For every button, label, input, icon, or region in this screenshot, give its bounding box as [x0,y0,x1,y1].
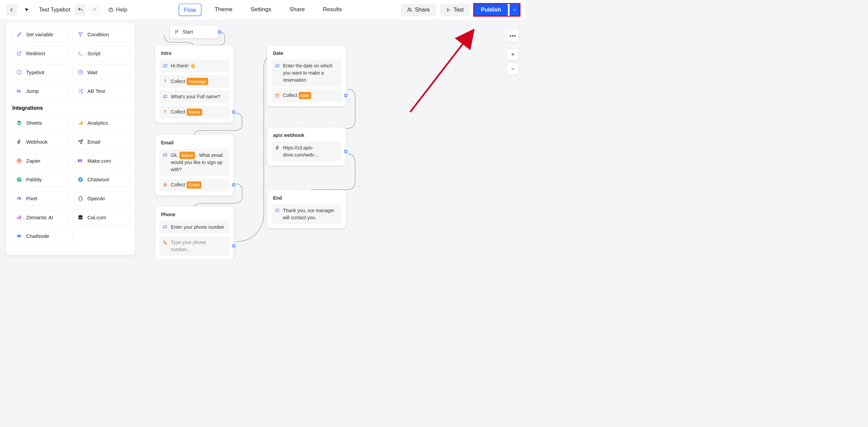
block-bubble-date[interactable]: Enter the date on which you want to make… [271,60,341,87]
block-bubble-thankyou[interactable]: Thank you, our manager will contact you. [271,204,341,224]
svg-rect-9 [79,159,81,162]
block-calcom[interactable]: CalCal.com [73,210,130,225]
bot-name[interactable]: Test Typebot [39,6,70,13]
node-text: Enter the date on which you want to make… [283,62,338,84]
pointer-tool[interactable] [21,4,33,16]
tab-theme[interactable]: Theme [210,4,237,16]
tab-settings[interactable]: Settings [245,4,276,16]
meta-icon [16,196,22,201]
block-label: Pabbly [26,177,42,183]
block-wait[interactable]: Wait [73,65,130,80]
block-bubble-phone[interactable]: Enter your phone number [159,221,230,233]
block-collect-name[interactable]: Collect Name [159,106,230,119]
output-port[interactable] [232,110,235,114]
zoom-out-button[interactable]: − [507,63,519,75]
node-text: What's your Full name? [171,93,220,100]
block-zapier[interactable]: Zapier [12,153,68,168]
group-intro[interactable]: Intro Hi there! 👋 Collect message What's… [155,45,234,123]
output-port[interactable] [232,183,235,187]
block-email[interactable]: Email [73,134,130,149]
output-port[interactable] [218,30,221,34]
block-zemantic[interactable]: Zemantic AI [12,210,68,225]
block-jump[interactable]: Jump [12,83,68,99]
block-label: Redirect [26,50,45,57]
node-start[interactable]: Start [170,26,219,38]
block-sheets[interactable]: Sheets [12,115,68,130]
block-label: Zemantic AI [26,214,53,220]
output-port[interactable] [344,94,348,97]
block-label: Webhook [26,139,48,145]
output-port[interactable] [232,244,235,248]
svg-rect-20 [276,94,279,97]
block-pabbly[interactable]: Pabbly [12,172,68,187]
group-webhook[interactable]: apix webhook https://s3.apix-drive.com/w… [267,127,346,165]
block-typebot[interactable]: Typebot [12,65,68,80]
redo-button[interactable] [88,4,100,16]
block-bubble-email[interactable]: Ok, Name . What email would you like to … [159,149,230,176]
fast-forward-icon [16,88,22,94]
block-chatnode[interactable]: ChatNode [12,229,73,244]
block-webhook-call[interactable]: https://s3.apix-drive.com/web-... [271,141,341,161]
block-bubble-fullname[interactable]: What's your Full name? [159,90,230,103]
svg-rect-6 [81,121,82,124]
block-label: Analytics [87,120,108,126]
node-text: Hi there! 👋 [171,62,196,69]
group-title: Intro [161,51,228,56]
zoom-in-button[interactable]: + [507,49,519,60]
bolt-icon [275,145,279,150]
more-button[interactable]: ••• [507,30,519,42]
help-button[interactable]: Help [105,4,131,16]
publish-caret-button[interactable] [510,4,520,16]
node-text: Enter your phone number [171,223,224,230]
group-end[interactable]: End Thank you, our manager will contact … [267,190,346,228]
block-script[interactable]: Script [73,46,130,61]
output-port[interactable] [344,150,348,153]
node-label: Start [182,29,193,35]
block-collect-message[interactable]: Collect message [159,75,230,88]
block-chatwoot[interactable]: Chatwoot [73,172,130,187]
block-collect-date[interactable]: Collect date [271,89,341,102]
chat-icon [163,153,167,157]
header-actions: Share Test Publish [401,4,520,16]
chat-icon [275,64,279,68]
block-webhook[interactable]: Webhook [12,134,68,149]
block-analytics[interactable]: Analytics [73,115,130,130]
node-text: https://s3.apix-drive.com/web-... [283,144,338,159]
svg-rect-3 [18,122,20,124]
publish-button[interactable]: Publish [474,4,508,16]
tab-results[interactable]: Results [318,4,347,16]
flow-canvas[interactable]: Set variable Condition Redirect Script T… [0,20,526,259]
block-bubble-hi[interactable]: Hi there! 👋 [159,60,230,73]
block-make[interactable]: Make.com [73,153,130,168]
node-text: Collect Name [171,108,202,116]
block-label: Set variable [26,32,53,38]
tab-flow[interactable]: Flow [179,4,201,16]
make-icon [78,158,83,163]
group-date[interactable]: Date Enter the date on which you want to… [267,45,346,106]
svg-rect-4 [79,123,80,125]
block-condition[interactable]: Condition [73,27,130,42]
share-label: Share [415,6,430,13]
block-collect-email[interactable]: Collect Email [159,178,230,191]
block-set-variable[interactable]: Set variable [12,27,68,42]
block-ab-test[interactable]: AB Test [73,83,130,99]
tab-share[interactable]: Share [284,4,310,16]
group-email[interactable]: Email Ok, Name . What email would you li… [155,135,234,196]
test-button[interactable]: Test [440,4,470,16]
block-input-phone[interactable]: Type your phone number... [159,236,230,256]
undo-button[interactable] [75,4,86,16]
block-pixel[interactable]: Pixel [12,191,68,206]
group-phone[interactable]: Phone Enter your phone number Type your … [155,206,234,259]
node-text: Collect message [171,78,208,85]
zapier-icon [16,158,22,163]
share-button[interactable]: Share [401,4,436,16]
block-redirect[interactable]: Redirect [12,46,68,61]
block-openai[interactable]: OpenAI [73,191,130,206]
block-label: Typebot [26,69,44,75]
back-button[interactable] [6,4,17,16]
block-label: Wait [87,69,98,75]
node-text: Ok, Name . What email would you like to … [171,151,226,173]
at-icon [163,183,167,187]
chevron-down-icon [513,8,517,12]
flag-icon [175,30,179,34]
